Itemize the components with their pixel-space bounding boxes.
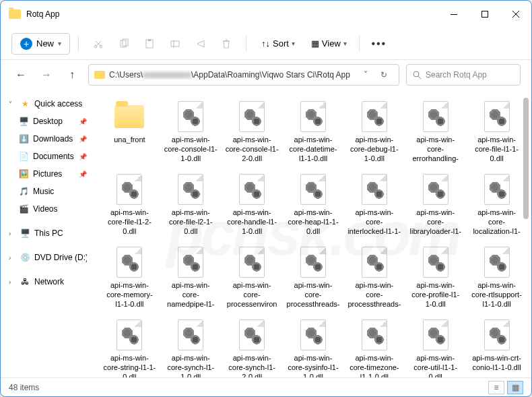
view-button[interactable]: ▦ View ▾ xyxy=(304,34,354,53)
file-item[interactable]: api-ms-win-core-libraryloader-l1-1-0.dll xyxy=(406,171,465,239)
pc-icon: 🖥️ xyxy=(20,228,30,239)
file-item[interactable]: api-ms-win-core-errorhandling-l1-1-0.dll xyxy=(406,98,465,166)
scrollbar-thumb[interactable] xyxy=(523,98,529,219)
close-button[interactable] xyxy=(500,1,531,28)
scrollbar[interactable] xyxy=(522,98,530,369)
rename-button[interactable] xyxy=(164,32,187,55)
dll-icon xyxy=(484,101,510,132)
file-item[interactable]: api-ms-win-core-profile-l1-1-0.dll xyxy=(406,243,465,312)
file-label: api-ms-win-core-console-l1-2-0.dll xyxy=(226,135,279,164)
copy-button[interactable] xyxy=(112,32,135,55)
file-label: api-ms-win-core-datetime-l1-1-0.dll xyxy=(287,135,340,164)
icons-view-button[interactable]: ▦ xyxy=(507,381,523,394)
dll-icon xyxy=(117,247,142,278)
plus-icon: + xyxy=(20,38,32,50)
file-label: api-ms-win-core-heap-l1-1-0.dll xyxy=(287,208,340,237)
paste-button[interactable] xyxy=(138,32,161,55)
dll-icon xyxy=(239,247,265,278)
file-item[interactable]: api-ms-win-core-file-l2-1-0.dll xyxy=(162,171,220,239)
sort-button[interactable]: ↑↓ Sort ▾ xyxy=(255,34,302,53)
network-icon: 🖧 xyxy=(20,276,30,287)
file-item[interactable]: api-ms-win-core-namedpipe-l1-1-0.dll xyxy=(162,243,220,312)
history-dropdown[interactable]: ˅ xyxy=(361,70,370,80)
dll-icon xyxy=(117,174,142,205)
share-button[interactable] xyxy=(189,32,212,55)
explorer-window: Rotq App + New ▾ ↑↓ Sort xyxy=(0,0,532,397)
address-bar[interactable]: C:\Users\xxxxxxxxxxxx\AppData\Roaming\Vi… xyxy=(88,64,399,86)
delete-button[interactable] xyxy=(215,32,238,55)
file-label: api-ms-win-core-errorhandling-l1-1-0.dll xyxy=(409,135,462,164)
details-view-button[interactable]: ≡ xyxy=(488,381,504,394)
forward-button[interactable]: → xyxy=(37,65,56,84)
sidebar-item-label: Documents xyxy=(33,152,75,161)
dll-icon xyxy=(300,247,326,278)
file-item[interactable]: api-ms-win-crt-conio-l1-1-0.dll xyxy=(467,316,526,377)
sidebar-network[interactable]: › 🖧 Network xyxy=(3,273,92,291)
file-grid[interactable]: una_frontapi-ms-win-core-console-l1-1-0.… xyxy=(95,90,531,377)
file-item[interactable]: api-ms-win-core-file-l1-2-0.dll xyxy=(100,171,159,239)
sidebar-quick-access[interactable]: ˅ ★ Quick access xyxy=(3,95,92,113)
dll-icon xyxy=(362,174,387,205)
file-item[interactable]: api-ms-win-core-heap-l1-1-0.dll xyxy=(284,171,343,239)
file-item[interactable]: api-ms-win-core-sysinfo-l1-1-0.dll xyxy=(284,316,343,377)
dll-icon xyxy=(178,174,203,205)
svg-line-11 xyxy=(418,76,421,79)
more-button[interactable]: ••• xyxy=(368,32,391,55)
view-icon: ▦ xyxy=(311,38,319,49)
sidebar-this-pc[interactable]: › 🖥️ This PC xyxy=(3,224,92,242)
new-button[interactable]: + New ▾ xyxy=(11,33,70,55)
chevron-right-icon: › xyxy=(9,278,15,286)
back-button[interactable]: ← xyxy=(11,65,30,84)
close-icon xyxy=(512,11,519,18)
file-item[interactable]: api-ms-win-core-console-l1-2-0.dll xyxy=(223,98,281,166)
svg-rect-7 xyxy=(148,39,151,41)
file-item[interactable]: api-ms-win-core-localization-l1-2-0.dll xyxy=(467,171,526,239)
file-item[interactable]: api-ms-win-core-timezone-l1-1-0.dll xyxy=(345,316,403,377)
dll-icon xyxy=(423,247,448,278)
refresh-button[interactable]: ↻ xyxy=(374,70,393,80)
sidebar-item-documents[interactable]: 📄Documents📌 xyxy=(3,148,92,165)
sidebar-item-videos[interactable]: 🎬Videos xyxy=(3,200,92,218)
file-item[interactable]: api-ms-win-core-synch-l1-1-0.dll xyxy=(162,316,220,377)
up-button[interactable]: ↑ xyxy=(63,65,81,84)
file-item[interactable]: api-ms-win-core-processthreads-l1-1-0.dl… xyxy=(284,243,343,312)
svg-rect-1 xyxy=(482,11,488,18)
dll-icon xyxy=(300,101,326,132)
file-item[interactable]: api-ms-win-core-rtlsupport-l1-1-0.dll xyxy=(467,243,526,312)
file-item[interactable]: api-ms-win-core-string-l1-1-0.dll xyxy=(100,316,159,377)
maximize-button[interactable] xyxy=(469,1,500,28)
file-item[interactable]: api-ms-win-core-util-l1-1-0.dll xyxy=(406,316,465,377)
sidebar-item-label: Videos xyxy=(33,204,87,214)
file-item[interactable]: api-ms-win-core-interlocked-l1-1-0.dll xyxy=(345,171,403,239)
file-item[interactable]: api-ms-win-core-memory-l1-1-0.dll xyxy=(100,243,159,312)
file-item[interactable]: api-ms-win-core-console-l1-1-0.dll xyxy=(162,98,220,166)
sidebar-item-pictures[interactable]: 🖼️Pictures📌 xyxy=(3,165,92,183)
this-pc-label: This PC xyxy=(34,228,87,238)
search-input[interactable]: Search Rotq App xyxy=(406,64,521,86)
file-item[interactable]: api-ms-win-core-synch-l1-2-0.dll xyxy=(223,316,281,377)
file-item[interactable]: api-ms-win-core-debug-l1-1-0.dll xyxy=(345,98,403,166)
titlebar[interactable]: Rotq App xyxy=(1,1,531,28)
path-hidden: xxxxxxxxxxxx xyxy=(143,70,191,80)
file-label: api-ms-win-core-sysinfo-l1-1-0.dll xyxy=(287,354,340,377)
sidebar-item-desktop[interactable]: 🖥️Desktop📌 xyxy=(3,113,92,130)
file-item[interactable]: api-ms-win-core-handle-l1-1-0.dll xyxy=(223,171,281,239)
documents-icon: 📄 xyxy=(18,151,29,162)
file-label: api-ms-win-core-timezone-l1-1-0.dll xyxy=(347,354,401,377)
folder-item[interactable]: una_front xyxy=(100,98,159,166)
cut-button[interactable] xyxy=(87,32,110,55)
sidebar-dvd[interactable]: › 💿 DVD Drive (D:) CCCC xyxy=(3,249,92,266)
sidebar-item-music[interactable]: 🎵Music xyxy=(3,183,92,200)
file-item[interactable]: api-ms-win-core-datetime-l1-1-0.dll xyxy=(284,98,343,166)
file-item[interactable]: api-ms-win-core-processenvironment-l1-1-… xyxy=(223,243,281,312)
file-item[interactable]: api-ms-win-core-file-l1-1-0.dll xyxy=(467,98,526,166)
file-label: api-ms-win-core-processenvironment-l1-1-… xyxy=(226,281,279,309)
sidebar-item-downloads[interactable]: ⬇️Downloads📌 xyxy=(3,130,92,148)
file-item[interactable]: api-ms-win-core-processthreads-l1-1-1.dl… xyxy=(345,243,403,312)
minimize-button[interactable] xyxy=(438,1,469,28)
pin-icon: 📌 xyxy=(79,153,87,160)
address-row: ← → ↑ C:\Users\xxxxxxxxxxxx\AppData\Roam… xyxy=(1,60,531,90)
chevron-down-icon: ˅ xyxy=(9,100,15,108)
new-label: New xyxy=(36,38,54,49)
network-label: Network xyxy=(34,277,87,286)
